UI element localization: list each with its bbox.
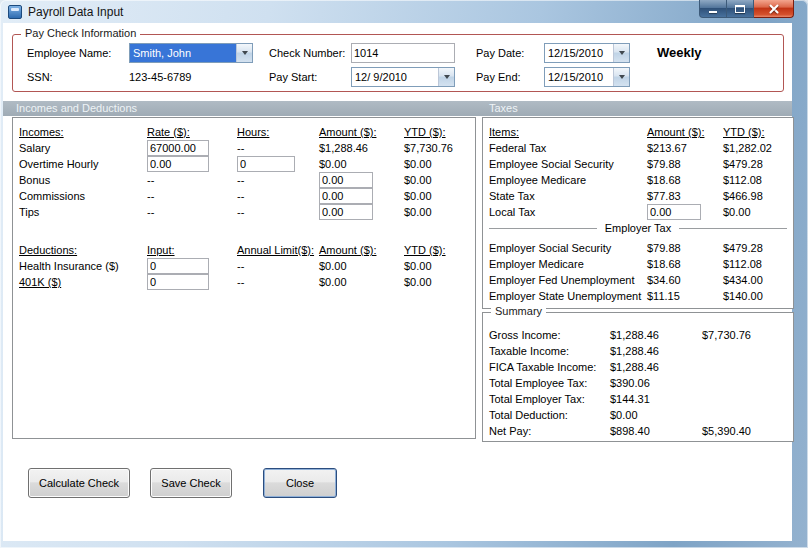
pay-end-dropdown-button[interactable] — [613, 68, 629, 86]
incomes-table: Incomes: Rate ($): Hours: Amount ($): YT… — [19, 124, 469, 220]
taxes-table: Items: Amount ($): YTD ($): Federal Tax … — [489, 124, 787, 220]
limit-cell: -- — [237, 274, 319, 290]
titlebar[interactable]: Payroll Data Input — [0, 0, 808, 23]
amount-col-header: Amount ($): — [319, 124, 404, 140]
ytd-cell: $0.00 — [404, 258, 469, 274]
income-label: Commissions — [19, 188, 147, 204]
employee-name-value: Smith, John — [130, 44, 236, 62]
app-icon — [8, 5, 22, 19]
check-number-input[interactable] — [351, 43, 455, 63]
tax-row-state: State Tax $77.83 $466.98 — [489, 188, 787, 204]
tax-row-employer-medicare: Employer Medicare $18.68 $112.08 — [489, 256, 787, 272]
amount-cell: $79.88 — [647, 156, 723, 172]
rate-cell: -- — [147, 204, 237, 220]
save-check-button[interactable]: Save Check — [150, 468, 232, 498]
amount-cell: $390.06 — [610, 375, 702, 391]
hours-col-header: Hours: — [237, 124, 319, 140]
hours-cell: -- — [237, 188, 319, 204]
employee-name-combobox[interactable]: Smith, John — [129, 43, 253, 63]
input-col-header: Input: — [147, 242, 237, 258]
rate-col-header: Rate ($): — [147, 124, 237, 140]
pay-start-picker[interactable]: 12/ 9/2010 — [351, 67, 455, 87]
pay-date-dropdown-button[interactable] — [613, 44, 629, 62]
pay-start-dropdown-button[interactable] — [438, 68, 454, 86]
close-dialog-button[interactable]: Close — [263, 468, 337, 498]
incomes-col-header: Incomes: — [19, 124, 147, 140]
ytd-cell: $466.98 — [723, 188, 787, 204]
401k-link[interactable]: 401K ($) — [19, 274, 147, 290]
income-label: Tips — [19, 204, 147, 220]
taxes-header-row: Items: Amount ($): YTD ($): — [489, 124, 787, 140]
section-header-bar: Incomes and Deductions Taxes — [3, 101, 792, 116]
amount-cell: $77.83 — [647, 188, 723, 204]
ytd-cell — [702, 343, 787, 359]
amount-cell: $1,288.46 — [319, 140, 404, 156]
bonus-amount-input[interactable] — [319, 172, 373, 188]
pay-start-value: 12/ 9/2010 — [352, 68, 438, 86]
caption-buttons — [699, 0, 794, 18]
tips-amount-input[interactable] — [319, 204, 373, 220]
ytd-col-header: YTD ($): — [723, 124, 787, 140]
employer-tax-header: Employer Tax — [597, 222, 679, 234]
summary-label: Total Employee Tax: — [489, 375, 610, 391]
ytd-cell — [702, 375, 787, 391]
tax-label: Employee Medicare — [489, 172, 647, 188]
401k-input[interactable] — [147, 274, 209, 290]
chevron-down-icon — [444, 75, 450, 79]
income-row-tips: Tips -- -- $0.00 — [19, 204, 469, 220]
chevron-down-icon — [619, 51, 625, 55]
tax-label: Federal Tax — [489, 140, 647, 156]
summary-row-total-deduction: Total Deduction: $0.00 — [489, 407, 787, 423]
window-title: Payroll Data Input — [28, 5, 123, 19]
income-row-overtime: Overtime Hourly $0.00 $0.00 — [19, 156, 469, 172]
employee-name-label: Employee Name: — [27, 43, 111, 63]
taxes-section-label: Taxes — [489, 102, 518, 114]
commissions-amount-input[interactable] — [319, 188, 373, 204]
incomes-deductions-panel: Incomes: Rate ($): Hours: Amount ($): YT… — [12, 117, 476, 439]
tax-row-employer-state-unemployment: Employer State Unemployment $11.15 $140.… — [489, 288, 787, 304]
amount-cell: $79.88 — [647, 240, 723, 256]
pay-end-picker[interactable]: 12/15/2010 — [544, 67, 630, 87]
items-col-header: Items: — [489, 124, 647, 140]
tax-row-local: Local Tax $0.00 — [489, 204, 787, 220]
pay-date-value: 12/15/2010 — [545, 44, 613, 62]
paycheck-info-group: Pay Check Information Employee Name: Smi… — [12, 34, 784, 92]
overtime-rate-input[interactable] — [147, 156, 209, 172]
salary-rate-input[interactable] — [147, 140, 209, 156]
amount-cell: $0.00 — [319, 258, 404, 274]
pay-start-label: Pay Start: — [269, 67, 317, 87]
minimize-button[interactable] — [699, 0, 727, 18]
local-tax-input[interactable] — [647, 204, 701, 220]
ytd-cell — [702, 407, 787, 423]
pay-date-picker[interactable]: 12/15/2010 — [544, 43, 630, 63]
tax-label: Employer Fed Unemployment — [489, 272, 647, 288]
amount-cell: $1,288.46 — [610, 343, 702, 359]
overtime-hours-input[interactable] — [237, 156, 295, 172]
summary-row-total-employee-tax: Total Employee Tax: $390.06 — [489, 375, 787, 391]
annual-limit-col-header: Annual Limit($): — [237, 242, 319, 258]
pay-frequency-label: Weekly — [657, 43, 702, 63]
amount-cell: $0.00 — [319, 156, 404, 172]
payroll-window: Payroll Data Input Pay Check Information… — [0, 0, 808, 548]
close-button[interactable] — [754, 0, 794, 18]
income-label: Salary — [19, 140, 147, 156]
employer-taxes-table: Employer Social Security $79.88 $479.28 … — [489, 240, 787, 304]
amount-cell: $18.68 — [647, 256, 723, 272]
pay-date-label: Pay Date: — [476, 43, 524, 63]
calculate-check-button[interactable]: Calculate Check — [28, 468, 130, 498]
paycheck-row-1: Employee Name: Smith, John Check Number:… — [13, 43, 783, 63]
employer-tax-divider: Employer Tax — [489, 222, 787, 234]
deductions-header-row: Deductions: Input: Annual Limit($): Amou… — [19, 242, 469, 258]
ytd-cell: $0.00 — [404, 204, 469, 220]
tax-label: Local Tax — [489, 204, 647, 220]
rate-cell: -- — [147, 188, 237, 204]
tax-label: Employer Social Security — [489, 240, 647, 256]
maximize-button[interactable] — [727, 0, 754, 18]
ytd-cell — [702, 391, 787, 407]
incomes-deductions-section-label: Incomes and Deductions — [16, 102, 137, 114]
hours-cell: -- — [237, 204, 319, 220]
deductions-col-header: Deductions: — [19, 242, 147, 258]
health-insurance-input[interactable] — [147, 258, 209, 274]
amount-cell: $1,288.46 — [610, 359, 702, 375]
employee-name-dropdown-button[interactable] — [236, 44, 252, 62]
